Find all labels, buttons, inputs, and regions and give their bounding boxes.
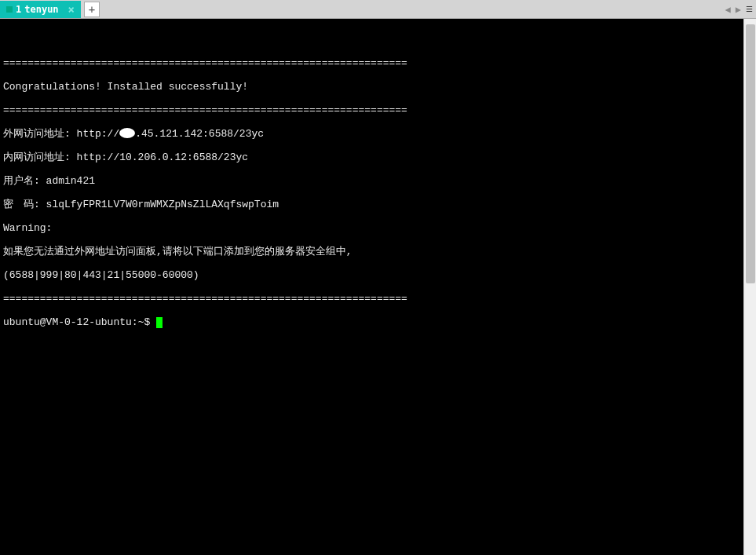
cursor-icon: [156, 317, 163, 328]
scrollbar-thumb[interactable]: [746, 24, 755, 283]
tab-number: 1: [16, 4, 21, 15]
redacted-ip-icon: [119, 128, 135, 138]
terminal-blank: [3, 34, 740, 46]
terminal-internal-url: 内网访问地址: http://10.206.0.12:6588/23yc: [3, 152, 740, 163]
terminal-prompt-line: ubuntu@VM-0-12-ubuntu:~$: [3, 316, 740, 328]
terminal-username: 用户名: admin421: [3, 175, 740, 187]
terminal-separator: ========================================…: [3, 293, 740, 305]
tab-title: tenyun: [24, 4, 58, 15]
new-tab-button[interactable]: +: [84, 2, 100, 17]
terminal-separator: ========================================…: [3, 104, 740, 116]
terminal-external-url: 外网访问地址: http://.45.121.142:6588/23yc: [3, 128, 740, 140]
vertical-scrollbar[interactable]: [743, 19, 756, 555]
terminal-wrapper: ========================================…: [0, 19, 756, 555]
menu-icon[interactable]: ☰: [746, 5, 753, 13]
terminal-separator: ========================================…: [3, 57, 740, 69]
terminal-congrats: Congratulations! Installed successfully!: [3, 81, 740, 93]
prev-tab-icon[interactable]: ◀: [725, 4, 731, 15]
close-icon[interactable]: ×: [68, 3, 75, 16]
terminal-prompt: ubuntu@VM-0-12-ubuntu:~$: [3, 316, 156, 328]
tab-active-indicator: [6, 6, 13, 13]
tab-bar: 1 tenyun × + ◀ ▶ ☰: [0, 0, 756, 19]
terminal-warning: Warning:: [3, 222, 740, 234]
tab-tenyun[interactable]: 1 tenyun ×: [0, 1, 81, 18]
tab-right-controls: ◀ ▶ ☰: [725, 4, 753, 15]
terminal-warning-detail: 如果您无法通过外网地址访问面板,请将以下端口添加到您的服务器安全组中,: [3, 246, 740, 257]
terminal-ports: (6588|999|80|443|21|55000-60000): [3, 269, 740, 281]
terminal[interactable]: ========================================…: [0, 19, 743, 555]
next-tab-icon[interactable]: ▶: [736, 4, 741, 15]
terminal-password: 密 码: slqLfyFPR1LV7W0rmWMXZpNsZlLAXqfswpT…: [3, 199, 740, 210]
plus-icon: +: [89, 3, 95, 16]
